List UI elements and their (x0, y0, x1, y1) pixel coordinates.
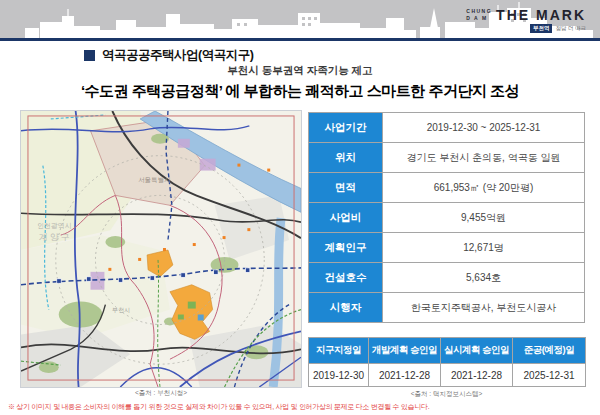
schedule-source-caption: <출처 : 택지정보시스템> (308, 390, 585, 399)
page-title: 역곡공공주택사업(역곡지구) (102, 47, 253, 64)
map-label-gyeyang: 계양구 (39, 232, 72, 242)
info-value: 경기도 부천시 춘의동, 역곡동 일원 (383, 143, 585, 173)
schedule-header: 지구지정일 (309, 338, 369, 364)
disclaimer-text: ※ 상기 이미지 및 내용은 소비자의 이해를 돕기 위한 것으로 실제와 차이… (8, 402, 596, 412)
table-row: 사업기간 2019-12-30 ~ 2025-12-31 (309, 113, 585, 143)
map-label-bucheon: 부천시 (112, 307, 130, 313)
brand-logo-wordmark: THE MARK (496, 8, 586, 22)
title-bullet-icon (84, 50, 95, 61)
brand-logo: CHUNG D A M THE MARK 부천역 청담 더 마크 (466, 8, 586, 33)
table-row: 계획인구 12,671명 (309, 233, 585, 263)
info-value: 9,455억원 (383, 203, 585, 233)
schedule-value: 2021-12-28 (369, 364, 441, 387)
table-row: 면적 661,953㎡ (약 20만평) (309, 173, 585, 203)
station-badge: 부천역 (530, 24, 553, 33)
info-value: 12,671명 (383, 233, 585, 263)
info-label: 위치 (309, 143, 383, 173)
subtitle-block: 부천시 동부권역 자족기능 제고 ‘수도권 주택공급정책’ 에 부합하는 쾌적하… (0, 64, 600, 101)
info-value: 한국토지주택공사, 부천도시공사 (383, 293, 585, 323)
page-title-row: 역곡공공주택사업(역곡지구) (84, 47, 253, 64)
info-label: 사업비 (309, 203, 383, 233)
slide: CHUNG D A M THE MARK 부천역 청담 더 마크 역곡공공주택사… (0, 0, 600, 415)
top-banner: CHUNG D A M THE MARK 부천역 청담 더 마크 (0, 0, 600, 38)
subtitle-line2: ‘수도권 주택공급정책’ 에 부합하는 쾌적하고 스마트한 주거단지 조성 (0, 82, 600, 101)
schedule-table: 지구지정일 개발계획 승인일 실시계획 승인일 준공(예정)일 2019-12-… (308, 337, 586, 387)
schedule-value: 2021-12-28 (441, 364, 513, 387)
schedule-value-row: 2019-12-30 2021-12-28 2021-12-28 2025-12… (309, 364, 586, 387)
schedule-header: 개발계획 승인일 (369, 338, 441, 364)
info-label: 사업기간 (309, 113, 383, 143)
project-map: 인천광역시 계양구 서울특별시 부천시 (20, 110, 302, 388)
brand-korean-name: 청담 더 마크 (555, 25, 586, 32)
project-map-image: 인천광역시 계양구 서울특별시 부천시 (21, 111, 301, 387)
table-row: 사업비 9,455억원 (309, 203, 585, 233)
subtitle-line1: 부천시 동부권역 자족기능 제고 (0, 64, 600, 78)
brand-logo-chungdam: CHUNG D A M (466, 8, 492, 22)
info-label: 면적 (309, 173, 383, 203)
map-label-incheon: 인천광역시 (37, 222, 72, 229)
schedule-value: 2025-12-31 (513, 364, 586, 387)
schedule-header-row: 지구지정일 개발계획 승인일 실시계획 승인일 준공(예정)일 (309, 338, 586, 364)
schedule-header: 준공(예정)일 (513, 338, 586, 364)
project-info-table: 사업기간 2019-12-30 ~ 2025-12-31 위치 경기도 부천시 … (308, 112, 585, 323)
info-label: 계획인구 (309, 233, 383, 263)
navy-divider (0, 38, 600, 41)
map-label-seoul: 서울특별시 (138, 176, 170, 183)
table-row: 위치 경기도 부천시 춘의동, 역곡동 일원 (309, 143, 585, 173)
info-label: 시행자 (309, 293, 383, 323)
schedule-value: 2019-12-30 (309, 364, 369, 387)
info-value: 661,953㎡ (약 20만평) (383, 173, 585, 203)
map-source-caption: <출처 : 부천시청> (20, 389, 302, 398)
info-value: 2019-12-30 ~ 2025-12-31 (383, 113, 585, 143)
info-label: 건설호수 (309, 263, 383, 293)
info-value: 5,634호 (383, 263, 585, 293)
table-row: 건설호수 5,634호 (309, 263, 585, 293)
schedule-header: 실시계획 승인일 (441, 338, 513, 364)
table-row: 시행자 한국토지주택공사, 부천도시공사 (309, 293, 585, 323)
brand-logo-subline: 부천역 청담 더 마크 (466, 24, 586, 33)
